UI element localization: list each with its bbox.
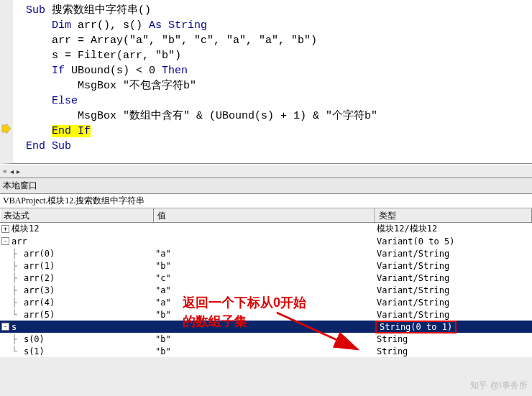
var-value: "a"	[154, 249, 375, 259]
callout-text: 返回一个下标从0开始 的数组子集	[183, 293, 306, 331]
locals-row[interactable]: +模块12模块12/模块12	[0, 223, 532, 235]
var-value: "b"	[154, 261, 375, 271]
var-type: 模块12/模块12	[375, 223, 532, 235]
locals-row[interactable]: ├ s(0)"b"String	[0, 333, 532, 345]
code-line: MsgBox "数组中含有" & (UBound(s) + 1) & "个字符b…	[26, 109, 532, 124]
var-type: Variant(0 to 5)	[375, 236, 532, 247]
locals-row[interactable]: ├ arr(0)"a"Variant/String	[0, 247, 532, 259]
header-type[interactable]: 类型	[375, 208, 532, 222]
collapse-icon[interactable]: -	[1, 237, 9, 245]
nav-icon[interactable]: ▸	[15, 167, 22, 175]
var-name: arr(1)	[24, 261, 55, 271]
locals-row[interactable]: └ s(1)"b"String	[0, 345, 532, 357]
var-type: Variant/String	[375, 298, 532, 308]
nav-icon[interactable]: ◂	[9, 167, 15, 175]
var-name: 模块12	[12, 223, 39, 235]
var-type: Variant/String	[375, 249, 532, 259]
locals-grid-body[interactable]: +模块12模块12/模块12-arrVariant(0 to 5) ├ arr(…	[0, 223, 532, 357]
var-name: s(0)	[24, 334, 45, 344]
var-type: Variant/String	[375, 273, 532, 283]
locals-row[interactable]: -arrVariant(0 to 5)	[0, 235, 532, 247]
var-type: Variant/String	[375, 310, 532, 320]
locals-grid-header: 表达式 值 类型	[0, 208, 532, 223]
header-value[interactable]: 值	[154, 208, 375, 222]
code-line: If UBound(s) < 0 Then	[26, 63, 532, 78]
var-type: Variant/String	[375, 261, 532, 271]
code-line: End If	[26, 124, 532, 139]
var-type: Variant/String	[375, 285, 532, 295]
var-value: "b"	[154, 334, 375, 344]
var-name: arr(5)	[24, 310, 55, 320]
project-context: VBAProject.模块12.搜索数组中字符串	[0, 194, 532, 208]
var-value: "b"	[154, 346, 375, 356]
code-line: MsgBox "不包含字符b"	[26, 78, 532, 93]
execution-pointer-icon	[1, 124, 11, 134]
code-line: s = Filter(arr, "b")	[26, 48, 532, 63]
var-type: String	[375, 346, 532, 356]
watermark: 知乎 @Ⅰ事务所	[470, 379, 528, 392]
locals-window-title: 本地窗口	[0, 178, 532, 194]
var-name: arr(0)	[24, 249, 55, 259]
code-line: End Sub	[26, 139, 532, 154]
var-name: s	[12, 322, 17, 332]
var-name: arr(3)	[24, 285, 55, 295]
code-nav-bar: ≡ ◂ ▸	[0, 164, 532, 178]
code-editor[interactable]: Sub 搜索数组中字符串() Dim arr(), s() As String …	[0, 0, 532, 164]
header-expression[interactable]: 表达式	[0, 208, 154, 222]
var-type: String(0 to 1)	[375, 321, 532, 333]
var-name: arr	[12, 236, 27, 247]
code-line: arr = Array("a", "b", "c", "a", "a", "b"…	[26, 33, 532, 48]
code-line: Else	[26, 93, 532, 109]
var-type: String	[375, 334, 532, 344]
var-name: arr(4)	[24, 298, 55, 308]
var-name: s(1)	[24, 346, 45, 356]
expand-icon[interactable]: +	[1, 225, 9, 233]
code-line: Sub 搜索数组中字符串()	[26, 3, 532, 18]
locals-row[interactable]: ├ arr(2)"c"Variant/String	[0, 272, 532, 284]
collapse-icon[interactable]: -	[1, 323, 9, 331]
var-name: arr(2)	[24, 273, 55, 283]
nav-icon[interactable]: ≡	[1, 167, 9, 175]
var-value: "c"	[154, 273, 375, 283]
svg-marker-0	[2, 124, 11, 134]
locals-row[interactable]: ├ arr(1)"b"Variant/String	[0, 259, 532, 272]
code-line: Dim arr(), s() As String	[26, 18, 532, 33]
